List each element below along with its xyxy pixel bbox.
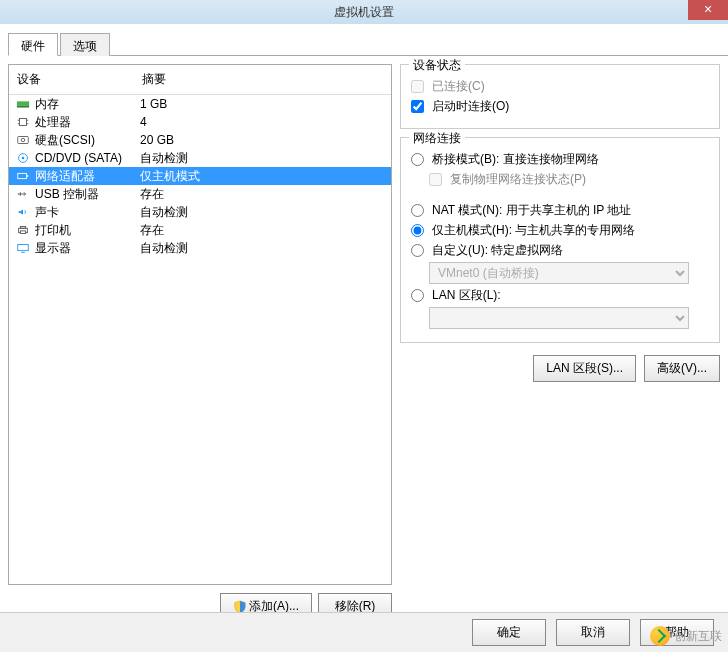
device-status-group: 设备状态 已连接(C) 启动时连接(O) <box>400 64 720 129</box>
device-name: 网络适配器 <box>35 168 140 185</box>
device-row[interactable]: 打印机存在 <box>9 221 391 239</box>
device-name: 内存 <box>35 96 140 113</box>
device-row[interactable]: 声卡自动检测 <box>9 203 391 221</box>
device-summary: 仅主机模式 <box>140 168 200 185</box>
bridged-radio-row[interactable]: 桥接模式(B): 直接连接物理网络 <box>411 151 709 168</box>
svg-rect-17 <box>18 245 29 251</box>
hdd-icon <box>15 133 31 147</box>
custom-radio-row[interactable]: 自定义(U): 特定虚拟网络 <box>411 242 709 259</box>
svg-point-13 <box>18 193 20 195</box>
device-list-header: 设备 摘要 <box>9 65 391 95</box>
right-buttons: LAN 区段(S)... 高级(V)... <box>400 355 720 382</box>
close-button[interactable]: × <box>688 0 728 20</box>
device-summary: 1 GB <box>140 97 167 111</box>
cancel-button[interactable]: 取消 <box>556 619 630 646</box>
device-status-title: 设备状态 <box>409 57 465 74</box>
printer-icon <box>15 223 31 237</box>
replicate-label: 复制物理网络连接状态(P) <box>450 171 586 188</box>
bridged-radio[interactable] <box>411 153 424 166</box>
custom-network-select: VMnet0 (自动桥接) <box>429 262 689 284</box>
svg-rect-16 <box>20 231 25 234</box>
hostonly-label: 仅主机模式(H): 与主机共享的专用网络 <box>432 222 635 239</box>
titlebar: 虚拟机设置 × <box>0 0 728 24</box>
left-panel: 设备 摘要 内存1 GB处理器4硬盘(SCSI)20 GBCD/DVD (SAT… <box>8 64 392 620</box>
custom-label: 自定义(U): 特定虚拟网络 <box>432 242 563 259</box>
display-icon <box>15 241 31 255</box>
device-list[interactable]: 内存1 GB处理器4硬盘(SCSI)20 GBCD/DVD (SATA)自动检测… <box>9 95 391 584</box>
svg-rect-15 <box>20 227 25 229</box>
hostonly-radio[interactable] <box>411 224 424 237</box>
device-row[interactable]: 处理器4 <box>9 113 391 131</box>
cpu-icon <box>15 115 31 129</box>
device-name: 处理器 <box>35 114 140 131</box>
cd-icon <box>15 151 31 165</box>
device-row[interactable]: 显示器自动检测 <box>9 239 391 257</box>
device-summary: 存在 <box>140 186 164 203</box>
device-name: USB 控制器 <box>35 186 140 203</box>
device-summary: 自动检测 <box>140 204 188 221</box>
device-row[interactable]: USB 控制器存在 <box>9 185 391 203</box>
device-row[interactable]: 硬盘(SCSI)20 GB <box>9 131 391 149</box>
lan-segment-label: LAN 区段(L): <box>432 287 501 304</box>
header-summary: 摘要 <box>142 71 166 88</box>
lan-segment-radio[interactable] <box>411 289 424 302</box>
content-area: 设备 摘要 内存1 GB处理器4硬盘(SCSI)20 GBCD/DVD (SAT… <box>0 56 728 628</box>
help-button[interactable]: 帮助 <box>640 619 714 646</box>
nat-radio-row[interactable]: NAT 模式(N): 用于共享主机的 IP 地址 <box>411 202 709 219</box>
tab-hardware[interactable]: 硬件 <box>8 33 58 56</box>
svg-rect-7 <box>18 137 29 144</box>
device-row[interactable]: 网络适配器仅主机模式 <box>9 167 391 185</box>
connect-poweron-checkbox[interactable] <box>411 100 424 113</box>
header-device: 设备 <box>17 71 142 88</box>
lan-segment-radio-row[interactable]: LAN 区段(L): <box>411 287 709 304</box>
nat-radio[interactable] <box>411 204 424 217</box>
device-summary: 自动检测 <box>140 240 188 257</box>
connected-label: 已连接(C) <box>432 78 485 95</box>
replicate-checkbox-row[interactable]: 复制物理网络连接状态(P) <box>429 171 709 188</box>
custom-select-row: VMnet0 (自动桥接) <box>429 262 709 284</box>
connect-poweron-label: 启动时连接(O) <box>432 98 509 115</box>
svg-rect-0 <box>17 101 29 105</box>
device-list-box: 设备 摘要 内存1 GB处理器4硬盘(SCSI)20 GBCD/DVD (SAT… <box>8 64 392 585</box>
sound-icon <box>15 205 31 219</box>
connected-checkbox <box>411 80 424 93</box>
tab-options[interactable]: 选项 <box>60 33 110 56</box>
svg-rect-1 <box>17 106 29 108</box>
memory-icon <box>15 97 31 111</box>
right-panel: 设备状态 已连接(C) 启动时连接(O) 网络连接 桥接模式(B): 直接连接物… <box>400 64 720 620</box>
device-name: 打印机 <box>35 222 140 239</box>
hostonly-radio-row[interactable]: 仅主机模式(H): 与主机共享的专用网络 <box>411 222 709 239</box>
svg-point-8 <box>21 138 25 142</box>
nat-label: NAT 模式(N): 用于共享主机的 IP 地址 <box>432 202 631 219</box>
ok-button[interactable]: 确定 <box>472 619 546 646</box>
device-name: 显示器 <box>35 240 140 257</box>
svg-rect-2 <box>20 119 27 126</box>
advanced-button[interactable]: 高级(V)... <box>644 355 720 382</box>
device-summary: 4 <box>140 115 147 129</box>
network-connection-group: 网络连接 桥接模式(B): 直接连接物理网络 复制物理网络连接状态(P) NAT… <box>400 137 720 343</box>
device-summary: 20 GB <box>140 133 174 147</box>
usb-icon <box>15 187 31 201</box>
nic-icon <box>15 169 31 183</box>
svg-rect-12 <box>27 175 29 177</box>
tab-strip: 硬件 选项 <box>8 32 728 56</box>
footer: 确定 取消 帮助 <box>0 612 728 652</box>
device-summary: 存在 <box>140 222 164 239</box>
bridged-label: 桥接模式(B): 直接连接物理网络 <box>432 151 599 168</box>
device-name: 硬盘(SCSI) <box>35 132 140 149</box>
svg-point-10 <box>22 157 25 160</box>
connect-poweron-row[interactable]: 启动时连接(O) <box>411 98 709 115</box>
network-connection-title: 网络连接 <box>409 130 465 147</box>
custom-radio[interactable] <box>411 244 424 257</box>
lan-segments-button[interactable]: LAN 区段(S)... <box>533 355 636 382</box>
connected-checkbox-row[interactable]: 已连接(C) <box>411 78 709 95</box>
device-name: CD/DVD (SATA) <box>35 151 140 165</box>
device-row[interactable]: 内存1 GB <box>9 95 391 113</box>
lan-segment-select <box>429 307 689 329</box>
device-row[interactable]: CD/DVD (SATA)自动检测 <box>9 149 391 167</box>
device-summary: 自动检测 <box>140 150 188 167</box>
lan-segment-select-row <box>429 307 709 329</box>
svg-rect-11 <box>18 173 27 178</box>
add-button-label: 添加(A)... <box>249 599 299 613</box>
window-title: 虚拟机设置 <box>334 4 394 21</box>
